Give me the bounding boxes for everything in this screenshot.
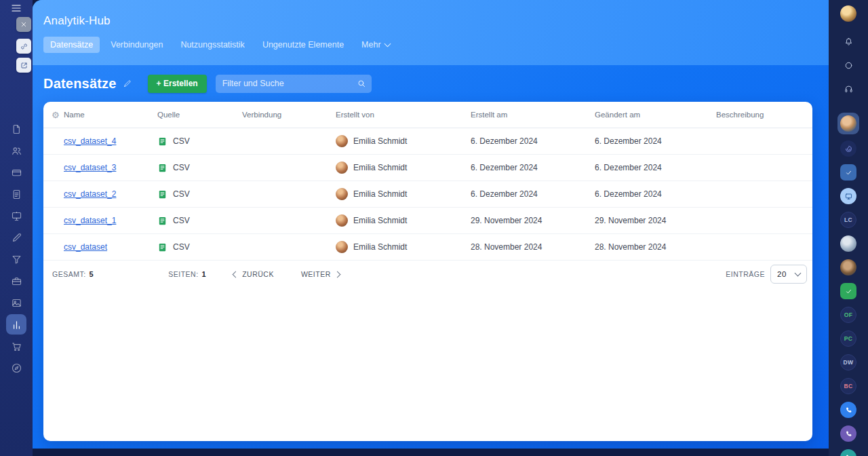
bell-icon — [844, 37, 854, 47]
phone-icon — [844, 430, 853, 438]
support-button[interactable] — [840, 81, 856, 97]
entries-per-page-select[interactable]: 20 — [770, 265, 807, 284]
tab-nutzungsstatistik[interactable]: Nutzungsstatistik — [174, 37, 251, 53]
prev-page-button[interactable]: ZURÜCK — [233, 270, 274, 278]
csv-file-icon — [157, 242, 167, 252]
sidebar-item-filters[interactable] — [7, 250, 25, 268]
contact-initials: BC — [844, 383, 852, 390]
main-panel: Analytik-Hub DatensätzeVerbindungenNutzu… — [33, 0, 829, 449]
sidebar-item-explore[interactable] — [7, 359, 25, 377]
source-label: CSV — [173, 242, 190, 252]
created-date: 29. November 2024 — [471, 216, 595, 225]
external-link-button[interactable] — [16, 58, 31, 73]
pages-label: SEITEN: — [168, 270, 198, 278]
table-row[interactable]: csv_dataset_3 CSV Emilia Schmidt 6. Deze… — [43, 155, 812, 181]
dataset-link[interactable]: csv_dataset_1 — [64, 216, 116, 225]
creator-name: Emilia Schmidt — [353, 136, 407, 146]
file-icon — [11, 124, 22, 135]
sidebar-item-editor[interactable] — [7, 229, 25, 246]
dataset-link[interactable]: csv_dataset_2 — [64, 189, 116, 199]
app-phone[interactable] — [840, 402, 856, 418]
briefcase-icon — [11, 276, 22, 287]
app-todo[interactable] — [840, 283, 856, 299]
notifications-button[interactable] — [840, 33, 856, 50]
table-row[interactable]: csv_dataset_2 CSV Emilia Schmidt 6. Deze… — [43, 181, 812, 208]
modified-date: 6. Dezember 2024 — [595, 163, 716, 172]
table-row[interactable]: csv_dataset CSV Emilia Schmidt 28. Novem… — [43, 234, 812, 261]
menu-icon[interactable] — [10, 2, 22, 14]
entries-value: 20 — [777, 270, 787, 278]
right-rail: LCOFPCDWBC — [829, 0, 868, 456]
dataset-link[interactable]: csv_dataset_3 — [64, 163, 116, 172]
panel-header: Analytik-Hub DatensätzeVerbindungenNutzu… — [33, 0, 829, 65]
dataset-link[interactable]: csv_dataset — [64, 242, 107, 252]
contact-bc[interactable]: BC — [840, 378, 856, 394]
link-button[interactable] — [16, 39, 31, 54]
status-ring-button[interactable] — [840, 57, 856, 73]
sidebar-item-reports[interactable] — [7, 185, 25, 203]
users-icon — [11, 145, 22, 157]
csv-file-icon — [157, 189, 167, 200]
sidebar-item-media[interactable] — [7, 294, 25, 311]
table-settings-icon[interactable] — [52, 111, 60, 119]
chat-contact-avatar[interactable] — [840, 115, 856, 132]
profile-avatar[interactable] — [840, 5, 856, 22]
contact-photo-2[interactable] — [840, 259, 856, 276]
chevron-down-icon — [795, 270, 802, 277]
sidebar-item-projects[interactable] — [7, 272, 25, 290]
contact-of[interactable]: OF — [840, 307, 856, 323]
column-header-modified-at: Geändert am — [595, 111, 716, 119]
tab-label: Datensätze — [50, 40, 93, 50]
app-screen[interactable] — [840, 188, 856, 204]
sidebar-item-dashboards[interactable] — [7, 207, 25, 225]
contact-lc[interactable]: LC — [840, 212, 856, 228]
sidebar-item-billing[interactable] — [7, 164, 25, 181]
sidebar-item-documents[interactable] — [7, 120, 25, 138]
column-header-source: Quelle — [157, 111, 242, 119]
table-row[interactable]: csv_dataset_1 CSV Emilia Schmidt 29. Nov… — [43, 208, 812, 234]
contact-initials: PC — [844, 335, 853, 342]
app-tasks[interactable] — [840, 164, 856, 180]
csv-file-icon — [157, 136, 167, 147]
pencil-icon — [11, 232, 22, 244]
sidebar-item-users[interactable] — [7, 142, 25, 159]
table-body: csv_dataset_4 CSV Emilia Schmidt 6. Deze… — [43, 128, 812, 261]
sidebar-item-analytics[interactable] — [6, 314, 26, 335]
card-icon — [11, 167, 22, 178]
sidebar-item-shop[interactable] — [7, 337, 25, 355]
edit-title-icon[interactable] — [123, 79, 132, 88]
search-box[interactable] — [216, 75, 372, 93]
create-button[interactable]: + Erstellen — [148, 75, 207, 93]
contact-initials: DW — [844, 359, 854, 366]
creator-name: Emilia Schmidt — [353, 189, 407, 199]
creator-name: Emilia Schmidt — [353, 242, 407, 252]
table-row[interactable]: csv_dataset_4 CSV Emilia Schmidt 6. Deze… — [43, 128, 812, 155]
tab-mehr[interactable]: Mehr — [355, 37, 396, 53]
app-title: Analytik-Hub — [33, 0, 829, 28]
contact-photo-1[interactable] — [840, 235, 856, 252]
column-header-created-by: Erstellt von — [336, 111, 471, 119]
created-date: 28. November 2024 — [471, 242, 595, 252]
creator-name: Emilia Schmidt — [353, 163, 407, 172]
chat-contact-avatar-highlight[interactable] — [837, 113, 859, 134]
search-input[interactable] — [216, 75, 372, 93]
compass-icon — [11, 362, 22, 374]
dataset-link[interactable]: csv_dataset_4 — [64, 136, 116, 146]
contact-pc[interactable]: PC — [840, 330, 856, 347]
column-header-description: Beschreibung — [716, 111, 812, 119]
toolbar: Datensätze + Erstellen — [43, 74, 818, 93]
app-call[interactable] — [840, 449, 856, 456]
creator-avatar — [336, 241, 348, 253]
next-page-button[interactable]: WEITER — [301, 270, 340, 278]
tab-bar: DatensätzeVerbindungenNutzungsstatistikU… — [43, 37, 829, 53]
app-viber[interactable] — [840, 425, 856, 442]
tab-datensätze[interactable]: Datensätze — [43, 37, 100, 53]
phone-icon — [844, 453, 853, 456]
created-date: 6. Dezember 2024 — [471, 136, 595, 146]
contact-dw[interactable]: DW — [840, 354, 856, 370]
image-icon — [11, 297, 22, 309]
close-button[interactable] — [16, 17, 31, 32]
tab-ungenutzte-elemente[interactable]: Ungenutzte Elemente — [256, 37, 351, 53]
tab-verbindungen[interactable]: Verbindungen — [104, 37, 170, 53]
app-swirl[interactable] — [840, 140, 856, 157]
